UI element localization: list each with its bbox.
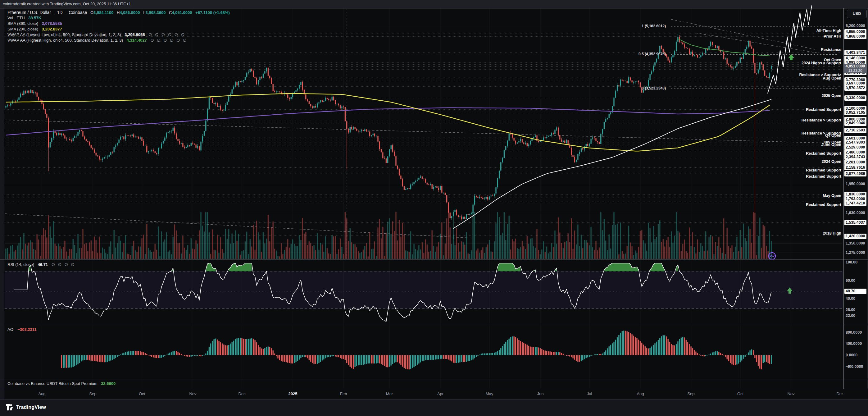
time-axis-label: Feb (333, 391, 354, 396)
price-axis-label: 2,281.0000 (844, 160, 866, 165)
ao-axis-label: 800.0000 (844, 330, 866, 335)
tradingview-logo[interactable]: TradingView (6, 404, 46, 411)
price-axis-label: 1,275.0000 (844, 250, 866, 256)
vwap-low-legend-row[interactable]: VWAP AA (Lowest Low, ohlc4, 500, Standar… (7, 32, 230, 38)
rsi-legend-row[interactable]: RSI (14, close) 46.71 ∅ ∅ ∅ ∅ (7, 262, 75, 267)
level-annotation[interactable]: May Open (823, 194, 841, 198)
time-axis-label: May (478, 391, 500, 396)
rsi-axis-label: 22.00 (844, 313, 866, 319)
symbol-exchange[interactable]: Coinbase (69, 10, 87, 15)
level-annotation[interactable]: 2024 Highs > Support (802, 61, 841, 65)
current-price-label: 4,051.000013:23:20 (844, 64, 867, 73)
rsi-name: RSI (14, close) (7, 262, 34, 267)
low-value: 3,908.3600 (145, 10, 165, 15)
price-axis-label: 4,403.8471 (844, 50, 866, 55)
price-axis-label: 1,420.0000 (844, 234, 866, 239)
bar-countdown: 13:23:20 (844, 69, 867, 73)
time-axis-label: Mar (378, 391, 400, 396)
sma200-legend-row[interactable]: SMA (200, close) 3,202.8377 (7, 26, 230, 32)
time-axis-label: Sep (680, 391, 702, 396)
price-axis-label: 1,630.0000 (844, 210, 866, 216)
rsi-overbought-fill (497, 263, 521, 271)
level-annotation[interactable]: Reclaimed Support (806, 108, 841, 112)
level-annotation[interactable]: Q4 Open (825, 133, 841, 138)
high-label: H (115, 10, 120, 15)
open-value: 3,984.1100 (93, 10, 113, 15)
tradingview-logo-icon (6, 404, 14, 411)
time-axis-label: Aug (31, 391, 53, 396)
time-axis[interactable]: AugSepOctNovDec2025FebMarAprMayJunJulAug… (0, 389, 843, 399)
price-axis-label: 3,052.7105 (844, 110, 866, 115)
ao-legend-row[interactable]: AO −303.2311 (7, 327, 37, 332)
vwap-low-name: VWAP AA (Lowest Low, ohlc4, 500, Standar… (7, 32, 121, 37)
high-value: 4,086.0000 (120, 10, 140, 15)
premium-legend-row[interactable]: Coinbase vs Binance USDT Bitcoin Spot Pr… (7, 381, 116, 386)
price-axis-label: 1,350.0000 (844, 241, 866, 246)
vwap-high-name: VWAP AA (Highest High, ohlc4, 500, Stand… (7, 38, 123, 42)
sma200-name: SMA (200, close) (7, 27, 38, 31)
rsi-overbought-fill (229, 263, 252, 271)
symbol-interval[interactable]: 1D (57, 10, 63, 15)
vwap-high-legend-row[interactable]: VWAP AA (Highest High, ohlc4, 500, Stand… (7, 38, 230, 43)
time-axis-label: Aug (629, 391, 651, 396)
fib-level-label[interactable]: 0.5 (4,352.9676) (600, 52, 666, 56)
open-label: O (88, 10, 93, 15)
rsi-flags: ∅ ∅ ∅ ∅ (49, 262, 75, 267)
up-arrow-icon (788, 54, 794, 60)
ao-value: −303.2311 (14, 327, 36, 332)
symbol-legend-row[interactable]: Ethereum / U.S. Dollar · 1D · Coinbase O… (7, 10, 230, 15)
ao-bars-up (63, 331, 772, 369)
sma360-legend-row[interactable]: SMA (360, close) 3,078.5585 (7, 21, 230, 26)
symbol-title[interactable]: Ethereum / U.S. Dollar (7, 10, 51, 15)
sma360-value: 3,078.5585 (39, 21, 62, 26)
fib-level-label[interactable]: 1 (5,182.6012) (600, 24, 666, 28)
ao-axis-label: 0.0000 (844, 353, 866, 358)
level-annotation[interactable]: 2025 Open (822, 93, 841, 98)
rsi-value: 46.71 (35, 262, 48, 267)
level-annotation[interactable]: Aug Open (823, 76, 841, 81)
time-axis-label: Oct (730, 391, 751, 396)
time-axis-label: Apr (430, 391, 451, 396)
price-axis-label: 1,535.4037 (844, 220, 866, 225)
time-axis-label: Dec (829, 391, 843, 396)
level-annotation[interactable]: 2024 Open (822, 159, 841, 164)
ao-axis-label: -400.0000 (844, 364, 866, 369)
separator-dot: · (64, 10, 67, 15)
volume-legend-row[interactable]: Vol · ETH 38.57K (7, 15, 230, 21)
vwap-high-value: 4,314.4027 (124, 38, 147, 42)
price-chart[interactable] (0, 0, 868, 416)
close-label: C (167, 10, 172, 15)
time-axis-label: Nov (182, 391, 204, 396)
time-axis-label: Sep (82, 391, 104, 396)
level-annotation[interactable]: Reclaimed Support (806, 203, 841, 207)
price-projection-drawing (768, 6, 812, 93)
time-axis-label: Oct (131, 391, 153, 396)
currency-toggle-button[interactable]: USD (847, 10, 867, 18)
level-annotation[interactable]: Reclaimed Support (806, 168, 841, 172)
time-axis-label: Jul (579, 391, 600, 396)
footer-bar: TradingView (0, 399, 868, 416)
level-annotation[interactable]: Reclaimed Support (806, 151, 841, 156)
price-axis-label: 2,077.4986 (844, 171, 866, 176)
level-annotation[interactable]: 2018 High (823, 231, 841, 236)
price-axis-label: 1,747.4210 (844, 201, 866, 206)
vwap-high-flags: ∅ ∅ ∅ ∅ ∅ ∅ (148, 38, 187, 42)
low-label: L (141, 10, 145, 15)
level-annotation[interactable]: Resistance (821, 48, 841, 52)
price-axis-label: 4,868.0000 (844, 34, 866, 39)
level-annotation[interactable]: Reclaimed Support (806, 174, 841, 179)
level-annotation[interactable]: June Open (821, 143, 841, 147)
price-axis-label: 1,950.0000 (844, 181, 866, 187)
time-axis-label: Dec (231, 391, 253, 396)
close-value: 4,051.0000 (172, 10, 192, 15)
level-annotation[interactable]: All-Time High (816, 29, 841, 33)
level-annotation[interactable]: Resistance > Support (802, 118, 841, 122)
premium-name: Coinbase vs Binance USDT Bitcoin Spot Pr… (7, 381, 97, 386)
price-axis-label: 2,394.3743 (844, 154, 866, 160)
level-annotation[interactable]: Prior ATH (824, 34, 841, 38)
sma200-value: 3,202.8377 (39, 27, 62, 31)
volume-name: Vol · ETH (7, 16, 25, 20)
price-axis-label: 2,529.0000 (844, 145, 866, 150)
sma360-name: SMA (360, close) (7, 21, 38, 26)
fib-level-label[interactable]: 0 (3,523.2343) (600, 86, 666, 90)
